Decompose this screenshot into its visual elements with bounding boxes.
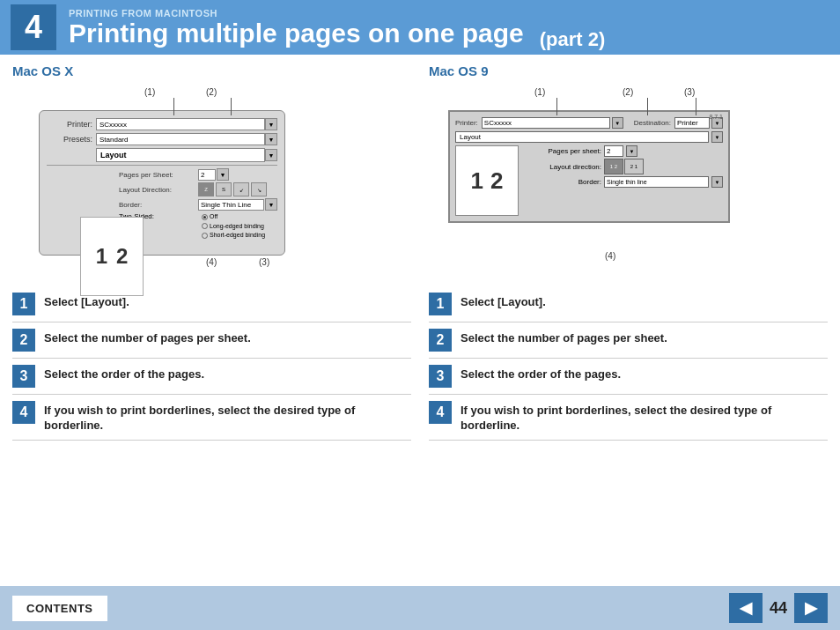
macos9-steps: 1 Select [Layout]. 2 Select the number o…: [429, 286, 828, 441]
header-part: (part 2): [540, 28, 606, 55]
printer-value: SCxxxxx: [96, 118, 265, 130]
os9-layout-box: Layout: [455, 131, 709, 143]
pages-per-sheet-row: Pages per Sheet: 2 ▼: [115, 168, 277, 181]
line-1: [173, 98, 174, 115]
printer-field: SCxxxxx ▼: [96, 118, 277, 130]
step-number-1-r: 1: [429, 293, 452, 315]
line-2: [231, 98, 232, 115]
os9-content-area: 1 2 Pages per sheet: 2 ▼ Lay: [455, 145, 723, 216]
os9-border-row: Border: Single thin line ▼: [524, 176, 723, 188]
layout-direction-row: Layout Direction: Z S ↙ ↘: [115, 182, 277, 196]
macosx-section-title: Mac OS X: [12, 63, 411, 78]
os9-destination-value: Printer: [674, 117, 710, 129]
pps-arrow: ▼: [217, 168, 229, 181]
radio-off: Off: [202, 212, 265, 222]
next-page-button[interactable]: ▶: [794, 593, 828, 623]
page-header: 4 PRINTING FROM MACINTOSH Printing multi…: [0, 0, 840, 55]
radio-off-dot: [202, 214, 208, 220]
step-item: 3 Select the order of the pages.: [12, 359, 411, 395]
layout-arrow: ▼: [265, 149, 277, 161]
header-subtitle: PRINTING FROM MACINTOSH: [69, 8, 524, 19]
layout-icons: Z S ↙ ↘: [198, 182, 267, 196]
step-text-4: If you wish to print borderlines, select…: [44, 401, 411, 434]
os9-preview-num2: 2: [490, 167, 503, 195]
callout-2-osx: (2): [206, 87, 217, 97]
callout-2-os9: (2): [623, 87, 633, 97]
border-value-osx: Single Thin Line: [198, 199, 264, 211]
macos9-dialog: 8.7.1 Printer: SCxxxxx ▼ Destination: Pr…: [448, 110, 730, 223]
border-arrow: ▼: [265, 198, 277, 211]
step-number-4: 4: [12, 401, 35, 424]
long-edge-label: Long-edged binding: [210, 222, 264, 232]
os9-direction-row: Layout direction: 1 2 2 1: [524, 159, 723, 174]
os9-border-label: Border:: [524, 178, 601, 186]
step-text-3: Select the order of the pages.: [44, 365, 204, 382]
main-content: Mac OS X (1) (2) (4) (3) Printer: SCxxxx…: [0, 55, 840, 570]
border-label-osx: Border:: [119, 201, 198, 209]
macosx-dialog-area: (1) (2) (4) (3) Printer: SCxxxxx ▼ Prese…: [12, 85, 411, 278]
short-edge-label: Short-edged binding: [210, 231, 265, 241]
presets-label: Presets:: [47, 135, 92, 144]
layout-direction-label: Layout Direction:: [119, 186, 198, 194]
callout-3-os9: (3): [684, 87, 695, 97]
callout-4-os9: (4): [605, 251, 615, 261]
pages-per-sheet-value: 2: [198, 169, 216, 181]
os9-destination-label: Destination:: [634, 119, 671, 127]
os9-layout-arrow: ▼: [711, 131, 723, 143]
os9-line-3: [696, 98, 696, 115]
os9-border-value: Single thin line: [604, 176, 709, 188]
os9-pps-row: Pages per sheet: 2 ▼: [524, 145, 723, 157]
contents-button[interactable]: CONTENTS: [12, 596, 107, 621]
radio-short-dot: [202, 233, 208, 239]
layout-icon-3: ↙: [233, 182, 249, 196]
radio-long: Long-edged binding: [202, 222, 265, 232]
printer-label: Printer:: [47, 120, 92, 129]
step-text-2: Select the number of pages per sheet.: [44, 329, 251, 346]
callout-1-osx: (1): [144, 87, 155, 97]
prev-page-button[interactable]: ◀: [729, 593, 763, 623]
step-number-2: 2: [12, 329, 35, 352]
off-label: Off: [210, 212, 217, 222]
chapter-number: 4: [11, 4, 56, 50]
os9-icon-2: 2 1: [624, 159, 644, 174]
os9-pps-value: 2: [604, 145, 623, 157]
next-arrow-icon: ▶: [805, 598, 817, 618]
step-item: 3 Select the order of the pages.: [429, 359, 828, 395]
step-number-1: 1: [12, 293, 35, 315]
border-row: Border: Single Thin Line ▼: [115, 198, 277, 211]
presets-value: Standard: [96, 133, 265, 145]
os9-border-arrow: ▼: [711, 176, 723, 188]
pages-per-sheet-label: Pages per Sheet:: [119, 171, 198, 179]
radio-long-dot: [202, 223, 208, 229]
os9-version: 8.7.1: [709, 114, 723, 120]
os9-printer-label: Printer:: [455, 119, 478, 127]
step-item: 1 Select [Layout].: [429, 286, 828, 322]
os9-line-1: [556, 98, 557, 115]
os9-printer-arrow: ▼: [612, 117, 623, 129]
step-text-1-r: Select [Layout].: [461, 293, 546, 310]
os9-pps-label: Pages per sheet:: [524, 147, 601, 155]
layout-field: Layout ▼: [96, 148, 277, 162]
os9-preview: 1 2: [455, 145, 519, 216]
os9-icon-1: 1 2: [604, 159, 623, 174]
step-number-4-r: 4: [429, 401, 452, 424]
twosided-options: Off Long-edged binding Short-edged bindi…: [198, 212, 265, 241]
os9-line-2: [647, 98, 648, 115]
footer-nav: ◀ 44 ▶: [729, 593, 828, 623]
presets-field: Standard ▼: [96, 133, 277, 145]
callout-4-osx: (4): [206, 257, 217, 267]
header-title: Printing multiple pages on one page: [69, 20, 524, 47]
step-item: 4 If you wish to print borderlines, sele…: [429, 395, 828, 441]
step-text-3-r: Select the order of the pages.: [461, 365, 621, 382]
os9-top-row: Printer: SCxxxxx ▼ Destination: Printer …: [455, 117, 723, 129]
presets-arrow: ▼: [265, 133, 277, 145]
step-item: 2 Select the number of pages per sheet.: [429, 322, 828, 359]
step-item: 2 Select the number of pages per sheet.: [12, 322, 411, 359]
macos9-section-title: Mac OS 9: [429, 63, 828, 78]
os9-preview-num1: 1: [471, 167, 483, 195]
macos9-column: Mac OS 9 (1) (2) (3) (4) 8.7.1 Printer: …: [429, 63, 828, 567]
prev-arrow-icon: ◀: [740, 598, 752, 618]
step-number-3-r: 3: [429, 365, 452, 388]
step-item: 4 If you wish to print borderlines, sele…: [12, 395, 411, 441]
layout-value: Layout: [96, 148, 265, 162]
